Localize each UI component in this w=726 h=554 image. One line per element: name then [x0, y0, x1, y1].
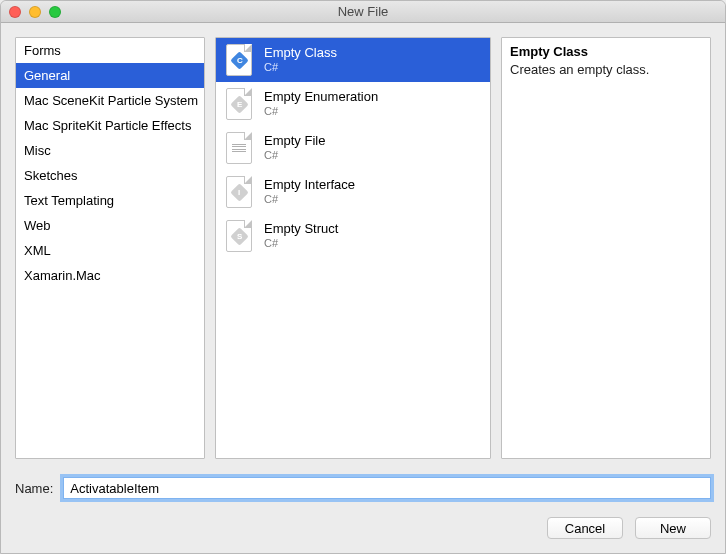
- template-label: Empty Enumeration: [264, 89, 378, 104]
- window-title: New File: [1, 4, 725, 19]
- category-item[interactable]: Web: [16, 213, 204, 238]
- category-label: Web: [24, 218, 51, 233]
- class-icon: C: [224, 42, 254, 78]
- new-button[interactable]: New: [635, 517, 711, 539]
- titlebar: New File: [1, 1, 725, 23]
- template-label: Empty File: [264, 133, 325, 148]
- template-sublabel: C#: [264, 236, 338, 251]
- category-item[interactable]: Xamarin.Mac: [16, 263, 204, 288]
- name-input[interactable]: [63, 477, 711, 499]
- template-sublabel: C#: [264, 148, 325, 163]
- template-sublabel: C#: [264, 60, 337, 75]
- template-label: Empty Interface: [264, 177, 355, 192]
- template-list: CEmpty ClassC#EEmpty EnumerationC#Empty …: [215, 37, 491, 459]
- new-file-dialog: New File FormsGeneralMac SceneKit Partic…: [0, 0, 726, 554]
- description-panel: Empty Class Creates an empty class.: [501, 37, 711, 459]
- category-list: FormsGeneralMac SceneKit Particle System…: [15, 37, 205, 459]
- category-item[interactable]: Sketches: [16, 163, 204, 188]
- template-item[interactable]: SEmpty StructC#: [216, 214, 490, 258]
- struct-icon: S: [224, 218, 254, 254]
- category-label: Text Templating: [24, 193, 114, 208]
- category-item[interactable]: XML: [16, 238, 204, 263]
- category-label: Xamarin.Mac: [24, 268, 101, 283]
- category-item[interactable]: Mac SpriteKit Particle Effects: [16, 113, 204, 138]
- category-label: XML: [24, 243, 51, 258]
- category-item[interactable]: Mac SceneKit Particle System: [16, 88, 204, 113]
- category-label: Misc: [24, 143, 51, 158]
- template-sublabel: C#: [264, 192, 355, 207]
- category-item[interactable]: Forms: [16, 38, 204, 63]
- template-label: Empty Struct: [264, 221, 338, 236]
- category-label: Forms: [24, 43, 61, 58]
- template-item[interactable]: EEmpty EnumerationC#: [216, 82, 490, 126]
- template-item[interactable]: CEmpty ClassC#: [216, 38, 490, 82]
- name-label: Name:: [15, 481, 53, 496]
- cancel-button[interactable]: Cancel: [547, 517, 623, 539]
- category-label: Mac SpriteKit Particle Effects: [24, 118, 191, 133]
- enum-icon: E: [224, 86, 254, 122]
- file-icon: [224, 130, 254, 166]
- description-title: Empty Class: [510, 44, 702, 59]
- category-item[interactable]: General: [16, 63, 204, 88]
- category-label: Sketches: [24, 168, 77, 183]
- interface-icon: I: [224, 174, 254, 210]
- category-item[interactable]: Misc: [16, 138, 204, 163]
- description-body: Creates an empty class.: [510, 62, 702, 77]
- template-sublabel: C#: [264, 104, 378, 119]
- template-item[interactable]: IEmpty InterfaceC#: [216, 170, 490, 214]
- category-label: General: [24, 68, 70, 83]
- template-item[interactable]: Empty FileC#: [216, 126, 490, 170]
- template-label: Empty Class: [264, 45, 337, 60]
- category-item[interactable]: Text Templating: [16, 188, 204, 213]
- category-label: Mac SceneKit Particle System: [24, 93, 198, 108]
